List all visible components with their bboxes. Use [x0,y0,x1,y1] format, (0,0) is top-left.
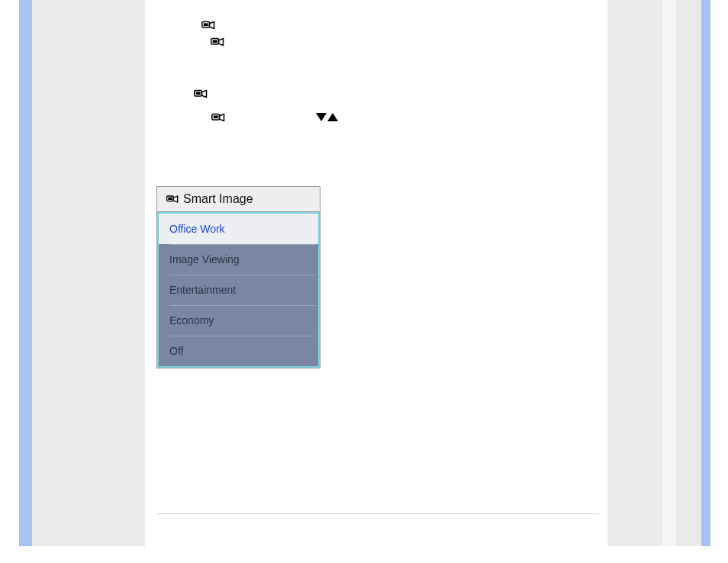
triangle-down-icon [316,113,327,121]
smart-image-icon [211,37,224,47]
footer-divider [156,513,599,514]
up-down-toggle[interactable] [316,113,338,121]
smart-image-menu: Smart Image Office Work Image Viewing En… [156,186,321,368]
right-grey-column-c [676,0,701,546]
right-blue-strip [701,0,710,546]
smart-image-menu-body: Office Work Image Viewing Entertainment … [157,212,320,368]
triangle-up-icon [327,113,338,121]
page: Smart Image Office Work Image Viewing En… [0,0,728,563]
menu-item-entertainment[interactable]: Entertainment [159,275,318,305]
smart-image-menu-header: Smart Image [157,187,320,212]
right-grey-column-a [607,0,662,546]
menu-item-off[interactable]: Off [159,336,318,366]
svg-rect-1 [204,23,208,26]
smart-image-icon [194,88,208,99]
smart-image-icon [201,20,215,31]
smart-image-menu-title: Smart Image [183,192,253,206]
menu-item-image-viewing[interactable]: Image Viewing [159,244,318,275]
smart-image-icon [166,195,179,204]
menu-item-label: Image Viewing [169,253,240,265]
menu-item-label: Entertainment [169,284,236,296]
menu-item-label: Off [169,345,183,357]
svg-rect-3 [213,40,217,43]
right-grey-column-b [662,0,676,546]
menu-item-label: Office Work [169,223,225,235]
menu-item-office-work[interactable]: Office Work [159,214,318,244]
smart-image-icon [211,112,225,123]
menu-item-economy[interactable]: Economy [159,305,318,336]
svg-rect-9 [168,198,172,200]
left-grey-column [32,0,145,546]
menu-item-label: Economy [169,314,214,327]
svg-rect-5 [196,92,201,95]
left-blue-strip [19,0,32,546]
svg-rect-7 [214,115,218,118]
